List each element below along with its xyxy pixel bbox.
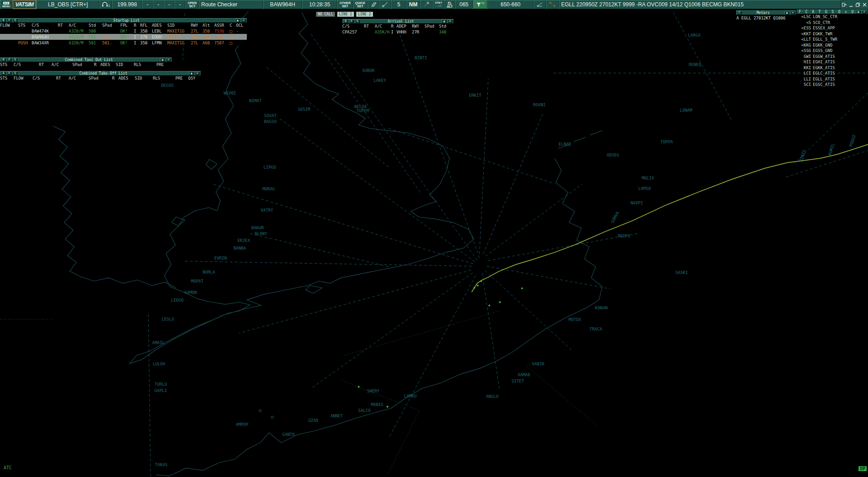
column-ocl[interactable]: OCL: [236, 23, 246, 28]
cell-sts[interactable]: PUSH: [18, 41, 32, 45]
ctl-column-button[interactable]: T: [819, 10, 821, 14]
column-adep[interactable]: ADEP: [396, 24, 412, 28]
open-sct-button[interactable]: OPEN SCT: [185, 0, 199, 9]
column-ac[interactable]: A/C: [52, 62, 72, 67]
ctl-column-button[interactable]: A: [812, 10, 814, 14]
column-std[interactable]: Std: [89, 23, 102, 28]
cell-rfl[interactable]: 350: [140, 41, 152, 45]
aircraft-target[interactable]: [521, 288, 523, 289]
cell-assr[interactable]: 7536: [214, 29, 230, 33]
clock-button[interactable]: 10:28:35: [302, 0, 337, 9]
column-ades[interactable]: ADES: [118, 76, 135, 80]
column-sid[interactable]: SID: [167, 23, 191, 28]
column-rls[interactable]: RLS: [153, 76, 175, 80]
menu-button[interactable]: MENU: [0, 0, 13, 9]
column-spad[interactable]: SPad: [425, 24, 439, 28]
list-filter-button[interactable]: F: [7, 58, 12, 61]
close-icon[interactable]: ✕: [790, 11, 795, 14]
column-ac[interactable]: A/C: [69, 76, 89, 80]
column-flow[interactable]: FLOW: [14, 76, 33, 80]
column-cs[interactable]: C/S: [33, 76, 56, 80]
cell-r[interactable]: I: [134, 35, 140, 39]
ctl-column-button[interactable]: O: [838, 10, 840, 14]
metar-ticker[interactable]: EGLL 220950Z 27012KT 9999 -RA OVC009 14/…: [559, 0, 841, 9]
collapse-icon[interactable]: ▲: [784, 11, 789, 14]
controller-row[interactable]: LLIEGLL_ATIS: [797, 76, 868, 82]
voice-button[interactable]: 1: [99, 0, 112, 9]
column-ac[interactable]: A/C: [375, 24, 391, 28]
aircraft-target[interactable]: [477, 285, 479, 287]
column-cs[interactable]: C/S: [14, 62, 39, 67]
column-rt[interactable]: RT: [364, 24, 375, 28]
controller-row[interactable]: <SSCO_CTR: [797, 20, 868, 26]
column-r[interactable]: R: [391, 24, 396, 28]
cell-fpl[interactable]: OK!: [120, 29, 134, 33]
list-filter-button[interactable]: F: [349, 19, 354, 23]
column-rwy[interactable]: RWY: [412, 24, 425, 28]
list-filter-button[interactable]: F: [7, 19, 12, 22]
list-count-button[interactable]: 0: [1, 19, 6, 22]
column-spad[interactable]: SPad: [102, 23, 120, 28]
position-button[interactable]: LB_OBS [CTR+]: [36, 0, 99, 9]
close-icon[interactable]: ✕: [166, 58, 171, 61]
column-cs[interactable]: C/S: [32, 23, 58, 28]
controller-row[interactable]: KKIEGKK_ATIS: [797, 65, 868, 71]
measure-tool-button[interactable]: [533, 0, 546, 9]
cell-ades[interactable]: LFMN: [152, 41, 167, 45]
arrival-list-titlebar[interactable]: 6 F S Arrival List ▲ ✕: [342, 19, 453, 24]
freq-slot-2[interactable]: -: [153, 0, 164, 9]
controller-row[interactable]: <SSGEGSS_GND: [797, 48, 868, 54]
controller-row[interactable]: <KKTEGKK_TWR: [797, 31, 868, 37]
column-qsy[interactable]: QSY: [188, 76, 200, 80]
aircraft-target[interactable]: [480, 280, 482, 282]
startup-list-titlebar[interactable]: 0 F S Startup List ▲ ✕: [0, 18, 247, 23]
alt-filter-range-button[interactable]: 650-660: [487, 0, 533, 9]
list-sort-button[interactable]: S: [355, 19, 360, 23]
column-r[interactable]: R: [134, 23, 140, 28]
column-rt[interactable]: RT: [39, 62, 52, 67]
list-row[interactable]: BAW474KA320/M508OK!I350LEBLMAXIT1G27L350…: [0, 28, 247, 34]
frequency-button[interactable]: 199.998: [112, 0, 142, 9]
range-unit-button[interactable]: NM: [406, 0, 420, 9]
prediction-tool-button[interactable]: [546, 0, 559, 9]
tag-level-button[interactable]: 065: [455, 0, 473, 9]
close-icon[interactable]: ✕: [448, 19, 453, 23]
aircraft-target[interactable]: [387, 406, 388, 408]
list-sort-button[interactable]: S: [13, 58, 18, 61]
column-sts[interactable]: STS: [0, 62, 14, 67]
cell-fpl[interactable]: OK!: [120, 35, 134, 39]
list-filter-button[interactable]: F: [7, 71, 12, 75]
draw-line-tool-button[interactable]: [379, 0, 391, 9]
cell-rwy[interactable]: 27L: [191, 29, 203, 33]
column-cs[interactable]: C/S: [342, 24, 364, 28]
cell-c[interactable]: □: [230, 35, 236, 39]
stby-button[interactable]: STBY ·→□: [433, 0, 444, 9]
column-assr[interactable]: ASSR: [214, 23, 230, 28]
close-icon[interactable]: ✕: [195, 71, 200, 75]
detach-window-button[interactable]: [841, 0, 848, 9]
controller-row[interactable]: HIIEGHI_ATIS: [797, 59, 868, 65]
list-row[interactable]: PUSHBAW34XRA320/M501501.OK!I350LFMNMAXIT…: [0, 40, 247, 46]
line1-button[interactable]: LINE 1: [337, 12, 354, 17]
cell-ac[interactable]: A320/M: [69, 35, 89, 39]
minimize-button[interactable]: [848, 0, 854, 9]
column-rwy[interactable]: RWY: [191, 23, 203, 28]
collapse-icon[interactable]: ▲: [235, 19, 240, 22]
freq-slot-1[interactable]: -: [142, 0, 153, 9]
list-row[interactable]: CPA257A35K/HIVHHH27R340: [342, 29, 453, 35]
aircraft-target[interactable]: [488, 305, 490, 307]
cell-rfl[interactable]: 370: [140, 35, 152, 39]
cell-c[interactable]: □: [230, 41, 236, 45]
cell-cs[interactable]: BAW34XR: [32, 41, 58, 45]
ctl-column-button[interactable]: G: [825, 10, 827, 14]
aircraft-targets[interactable]: [358, 280, 523, 408]
cell-r[interactable]: I: [134, 29, 140, 33]
route-checker-button[interactable]: Route Checker: [199, 0, 263, 9]
cell-std[interactable]: 508: [89, 29, 102, 33]
column-sts[interactable]: STS: [18, 23, 32, 28]
list-count-button[interactable]: 0: [1, 58, 6, 61]
cell-rfl[interactable]: 350: [140, 29, 152, 33]
column-c[interactable]: C: [230, 23, 236, 28]
aircraft-target[interactable]: [473, 287, 475, 288]
cell-ac[interactable]: A35K/H: [375, 30, 391, 34]
